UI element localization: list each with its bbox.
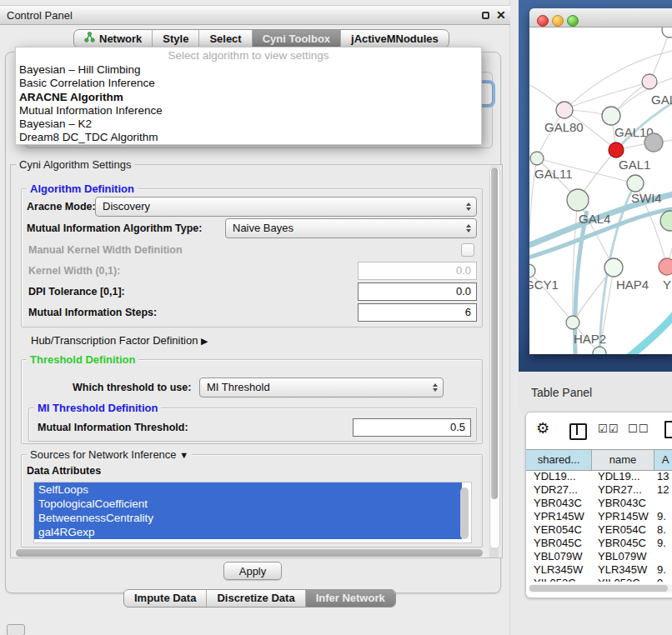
table-row[interactable]: YLR345WYLR345W9.: [526, 563, 672, 577]
which-threshold-select[interactable]: MI Threshold: [199, 378, 444, 398]
table-row[interactable]: YIL052CYIL052C9.: [526, 577, 672, 582]
dpi-tolerance-label: DPI Tolerance [0,1]:: [28, 286, 125, 298]
table-row[interactable]: YBL079WYBL079W: [526, 550, 672, 563]
network-node[interactable]: [642, 74, 657, 89]
bottom-tabbar: Impute Data Discretize Data Infer Networ…: [123, 589, 396, 608]
aracne-mode-select[interactable]: Discovery: [95, 197, 477, 217]
network-node-label: HAP2: [574, 332, 606, 346]
table-cell: YIL052C: [592, 577, 654, 582]
table-row[interactable]: YDR27...YDR27...12: [526, 483, 672, 497]
algorithm-option[interactable]: Bayesian – K2: [16, 118, 481, 131]
tab-jactivemnodules[interactable]: jActiveMNodules: [340, 30, 449, 48]
settings-vscrollbar-thumb[interactable]: [491, 168, 498, 499]
data-attribute-item[interactable]: SelfLoops: [34, 482, 462, 497]
tab-infer-network[interactable]: Infer Network: [305, 590, 395, 607]
network-node[interactable]: [662, 28, 672, 38]
mi-type-value: Naive Bayes: [233, 222, 293, 234]
table-cell: YBR045C: [592, 537, 654, 550]
table-row[interactable]: YPR145WYPR145W9.: [526, 510, 672, 523]
tab-select-label: Select: [209, 30, 241, 48]
zoom-traffic-light-icon[interactable]: [567, 15, 579, 27]
apply-button[interactable]: Apply: [223, 562, 282, 580]
kernel-width-field[interactable]: 0.0: [358, 262, 477, 280]
manual-kernel-checkbox[interactable]: [461, 243, 474, 257]
algorithm-dropdown: Select algorithm to view settings Bayesi…: [15, 47, 482, 145]
table-hscrollbar[interactable]: [528, 584, 672, 592]
select-all-icon[interactable]: ☑☑: [598, 422, 619, 435]
tab-discretize-data[interactable]: Discretize Data: [206, 590, 304, 607]
spinner-arrows-icon: [433, 383, 438, 392]
table-hscrollbar-thumb[interactable]: [529, 585, 668, 592]
algorithm-option[interactable]: Mutual Information Inference: [16, 104, 481, 118]
mi-steps-field[interactable]: 6: [358, 303, 477, 322]
table-body: YDL19...YDL19...13YDR27...YDR27...12YBR0…: [526, 470, 672, 582]
collapsed-panel-button[interactable]: [7, 624, 25, 635]
settings-hscrollbar-thumb[interactable]: [16, 549, 483, 557]
network-node[interactable]: [556, 102, 573, 118]
tab-select[interactable]: Select: [198, 30, 251, 48]
table-row[interactable]: YBR043CYBR043C: [526, 497, 672, 510]
table-cell: YBR045C: [526, 537, 592, 550]
data-attribute-item[interactable]: BetweennessCentrality: [34, 511, 462, 525]
network-node[interactable]: [567, 189, 589, 211]
table-row[interactable]: YER054CYER054C8.: [526, 523, 672, 537]
float-window-icon[interactable]: [482, 12, 489, 19]
network-node[interactable]: [659, 258, 672, 275]
tab-cyni-toolbox[interactable]: Cyni Toolbox: [252, 30, 340, 48]
algorithm-option[interactable]: Dream8 DC_TDC Algorithm: [16, 131, 481, 144]
network-canvas[interactable]: GALGAL80GAL10GAL1GAL11SWI4GAL4GCY1HAP4YH…: [529, 28, 672, 354]
algorithm-dropdown-prompt: Select algorithm to view settings: [16, 48, 481, 63]
column-header-clipped[interactable]: A: [654, 450, 672, 470]
list-scrollbar-thumb[interactable]: [460, 488, 469, 539]
table-row[interactable]: YBR045CYBR045C9.: [526, 537, 672, 550]
settings-hscrollbar[interactable]: [14, 548, 488, 558]
algorithm-definition-group: Algorithm Definition Aracne Mode: Discov…: [21, 188, 483, 328]
algorithm-option[interactable]: Basic Correlation Inference: [16, 77, 481, 90]
gear-icon[interactable]: ⚙: [536, 419, 549, 438]
close-traffic-light-icon[interactable]: [537, 15, 549, 27]
network-node[interactable]: [530, 152, 544, 165]
algorithm-option[interactable]: ARACNE Algorithm: [16, 91, 481, 104]
network-node[interactable]: [660, 211, 672, 231]
data-attributes-list[interactable]: SelfLoopsTopologicalCoefficientBetweenne…: [33, 482, 472, 543]
network-window-titlebar: [529, 8, 672, 28]
network-node[interactable]: [602, 107, 620, 125]
network-node[interactable]: [609, 142, 624, 158]
network-node[interactable]: [604, 258, 623, 277]
mi-threshold-field[interactable]: 0.5: [353, 418, 471, 437]
minimize-traffic-light-icon[interactable]: [552, 15, 564, 27]
table-cell: 9.: [654, 537, 672, 550]
tab-jactivemnodules-label: jActiveMNodules: [351, 30, 439, 48]
table-panel-card: ⚙ ☑☑ ☐☐ shared... name A YDL19...YDL19..…: [525, 412, 672, 598]
export-table-icon[interactable]: [664, 421, 672, 438]
table-cell: 9.: [654, 577, 672, 582]
network-icon: [84, 30, 95, 48]
hub-section-toggle[interactable]: Hub/Transcription Factor Definition ▶: [31, 334, 208, 347]
table-row[interactable]: YDL19...YDL19...13: [526, 470, 672, 483]
network-node[interactable]: [529, 264, 535, 278]
tab-network[interactable]: Network: [74, 30, 152, 48]
network-node[interactable]: [566, 316, 579, 329]
sources-title[interactable]: Sources for Network Inference ▼: [27, 448, 192, 461]
network-node[interactable]: [644, 133, 663, 152]
control-panel: Control Panel ✕ Network Style Select Cyn…: [0, 0, 510, 635]
mi-type-select[interactable]: Naive Bayes: [225, 218, 477, 238]
close-icon[interactable]: ✕: [496, 8, 506, 22]
data-attribute-item[interactable]: TopologicalCoefficient: [34, 497, 462, 511]
tab-impute-data[interactable]: Impute Data: [124, 590, 206, 607]
network-node[interactable]: [627, 175, 644, 192]
tab-style[interactable]: Style: [152, 30, 198, 48]
spinner-arrows-icon: [466, 224, 471, 232]
columns-icon[interactable]: [569, 423, 587, 440]
table-cell: 13: [654, 470, 672, 483]
algorithm-option[interactable]: Bayesian – Hill Climbing: [16, 63, 481, 77]
table-cell: YDR27...: [592, 483, 654, 497]
deselect-all-icon[interactable]: ☐☐: [628, 422, 649, 435]
tab-impute-data-label: Impute Data: [134, 589, 196, 608]
data-attribute-item[interactable]: gal4RGexp: [34, 525, 462, 539]
tab-infer-network-label: Infer Network: [316, 589, 385, 608]
column-header-shared-name[interactable]: shared...: [526, 450, 592, 470]
column-header-name[interactable]: name: [592, 450, 654, 470]
dpi-tolerance-field[interactable]: 0.0: [358, 282, 477, 301]
settings-vscrollbar[interactable]: [489, 166, 500, 549]
